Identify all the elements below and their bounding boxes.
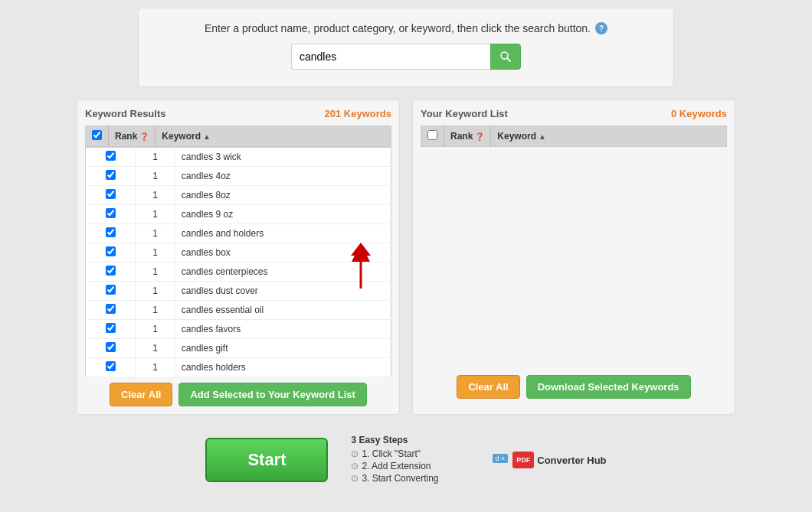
keyword-results-header: Keyword Results 201 Keywords: [85, 108, 391, 119]
keyword-results-title: Keyword Results: [85, 108, 165, 119]
row-checkbox[interactable]: [106, 285, 116, 295]
keyword-results-row: 1 candles favors: [86, 320, 391, 339]
row-checkbox-cell[interactable]: [86, 358, 136, 377]
row-checkbox[interactable]: [106, 189, 116, 199]
add-to-list-btn[interactable]: Add Selected to Your Keyword List: [178, 383, 367, 406]
row-checkbox[interactable]: [106, 151, 116, 161]
row-rank-cell: 1: [136, 320, 175, 339]
keyword-results-scroll[interactable]: 1 candles 3 wick 1 candles 4oz 1 candles…: [85, 147, 391, 377]
row-keyword-cell: candles 9 oz: [175, 205, 391, 224]
header-keyword-col: Keyword ▲: [156, 126, 391, 147]
keyword-list-header: Your Keyword List 0 Keywords: [421, 108, 727, 119]
row-checkbox[interactable]: [106, 361, 116, 371]
keyword-results-row: 1 candles 9 oz: [86, 205, 391, 224]
keyword-results-body-table: 1 candles 3 wick 1 candles 4oz 1 candles…: [85, 147, 391, 377]
row-keyword-cell: candles 3 wick: [175, 148, 391, 167]
row-checkbox-cell[interactable]: [86, 186, 136, 205]
list-header-checkbox-col: [421, 126, 444, 147]
row-keyword-cell: candles favors: [175, 320, 391, 339]
search-row: [162, 44, 650, 70]
keyword-results-row: 1 candles centerpieces: [86, 263, 391, 282]
header-checkbox-col: [86, 126, 109, 147]
keyword-results-table-container: Rank ❓ Keyword ▲: [85, 126, 391, 377]
row-checkbox-cell[interactable]: [86, 243, 136, 263]
row-checkbox[interactable]: [106, 342, 116, 352]
keyword-results-table-header-row: Rank ❓ Keyword ▲: [86, 126, 391, 147]
keyword-sort-icon[interactable]: ▲: [203, 132, 211, 141]
list-keyword-sort-icon[interactable]: ▲: [539, 132, 546, 141]
row-checkbox-cell[interactable]: [86, 263, 136, 282]
row-checkbox[interactable]: [106, 208, 116, 218]
keyword-results-buttons: Clear All Add Selected to Your Keyword L…: [85, 383, 391, 406]
search-description: Enter a product name, product category, …: [162, 22, 650, 34]
rank-help-icon[interactable]: ❓: [139, 132, 149, 141]
help-icon[interactable]: ?: [595, 22, 607, 34]
row-checkbox-cell[interactable]: [86, 339, 136, 358]
svg-line-1: [507, 58, 510, 61]
keyword-results-row: 1 candles essential oil: [86, 301, 391, 320]
keyword-list-table: Rank ❓ Keyword ▲: [421, 126, 727, 147]
keyword-list-header-row: Rank ❓ Keyword ▲: [421, 126, 727, 147]
steps-title: 3 Easy Steps: [351, 435, 438, 445]
keyword-results-row: 1 candles 3 wick: [86, 148, 391, 167]
row-checkbox[interactable]: [106, 304, 116, 314]
row-checkbox[interactable]: [106, 246, 116, 256]
page-wrapper: Enter a product name, product category, …: [0, 8, 812, 493]
row-checkbox[interactable]: [106, 266, 116, 276]
keyword-results-row: 1 candles gift: [86, 339, 391, 358]
step-2: ⊙ 2. Add Extension: [351, 461, 438, 471]
row-keyword-cell: candles box: [175, 243, 391, 263]
keyword-results-row: 1 candles 8oz: [86, 186, 391, 205]
row-keyword-cell: candles dust cover: [175, 282, 391, 301]
search-button[interactable]: [490, 44, 521, 70]
row-checkbox-cell[interactable]: [86, 301, 136, 320]
step-1-text: 1. Click "Start": [362, 448, 421, 459]
keyword-results-count: 201 Keywords: [325, 108, 391, 119]
list-rank-help-icon[interactable]: ❓: [475, 132, 484, 141]
select-all-checkbox[interactable]: [92, 130, 102, 140]
start-button[interactable]: Start: [205, 438, 328, 482]
ad-logo[interactable]: PDF Converter Hub: [512, 452, 606, 468]
row-checkbox-cell[interactable]: [86, 224, 136, 243]
ad-brand-text: Converter Hub: [537, 455, 606, 466]
row-checkbox[interactable]: [106, 170, 116, 180]
keyword-results-row: 1 candles box: [86, 243, 391, 263]
header-rank-col: Rank ❓: [109, 126, 156, 147]
keyword-list-title: Your Keyword List: [421, 108, 508, 119]
ad-section: d × PDF Converter Hub: [493, 452, 607, 468]
row-rank-cell: 1: [136, 186, 175, 205]
row-checkbox-cell[interactable]: [86, 167, 136, 186]
row-rank-cell: 1: [136, 358, 175, 377]
main-content: Keyword Results 201 Keywords: [77, 99, 735, 415]
row-keyword-cell: candles essential oil: [175, 301, 391, 320]
list-header-keyword-col: Keyword ▲: [491, 126, 727, 147]
keyword-results-clear-btn[interactable]: Clear All: [110, 383, 172, 406]
step-3-text: 3. Start Converting: [362, 473, 438, 484]
keyword-list-table-container: Rank ❓ Keyword ▲: [421, 126, 727, 369]
search-input[interactable]: [291, 44, 490, 70]
row-rank-cell: 1: [136, 167, 175, 186]
download-keywords-btn[interactable]: Download Selected Keywords: [526, 375, 691, 399]
keyword-list-clear-btn[interactable]: Clear All: [457, 375, 519, 399]
row-checkbox-cell[interactable]: [86, 282, 136, 301]
step-3: ⊙ 3. Start Converting: [351, 473, 438, 484]
row-checkbox[interactable]: [106, 323, 116, 333]
keyword-list-empty-area: [421, 147, 727, 369]
step-2-text: 2. Add Extension: [362, 461, 431, 471]
search-section: Enter a product name, product category, …: [138, 8, 674, 87]
row-keyword-cell: candles and holders: [175, 224, 391, 243]
keyword-list-count: 0 Keywords: [671, 108, 727, 119]
search-icon: [499, 51, 512, 63]
row-checkbox-cell[interactable]: [86, 148, 136, 167]
list-select-all-checkbox[interactable]: [427, 130, 437, 140]
row-checkbox-cell[interactable]: [86, 205, 136, 224]
row-rank-cell: 1: [136, 224, 175, 243]
row-checkbox[interactable]: [106, 227, 116, 237]
row-rank-cell: 1: [136, 243, 175, 263]
bottom-section: Start 3 Easy Steps ⊙ 1. Click "Start" ⊙ …: [77, 427, 735, 493]
pdf-icon: PDF: [512, 452, 534, 468]
row-checkbox-cell[interactable]: [86, 320, 136, 339]
ad-badge: d ×: [493, 454, 509, 463]
row-rank-cell: 1: [136, 205, 175, 224]
row-keyword-cell: candles holders: [175, 358, 391, 377]
